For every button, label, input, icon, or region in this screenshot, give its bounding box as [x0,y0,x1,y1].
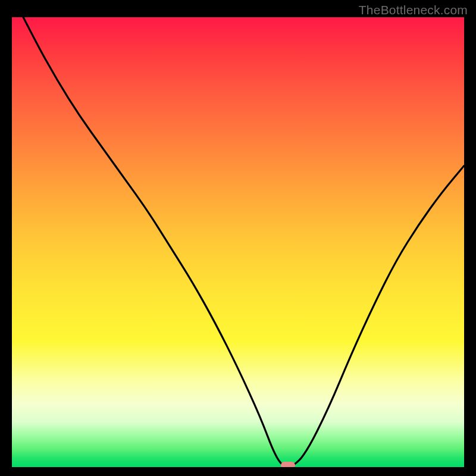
watermark-text: TheBottleneck.com [359,3,468,17]
bottleneck-curve [12,17,464,467]
chart-frame: TheBottleneck.com [0,0,476,476]
plot-area [12,17,464,467]
optimal-marker [281,462,295,467]
